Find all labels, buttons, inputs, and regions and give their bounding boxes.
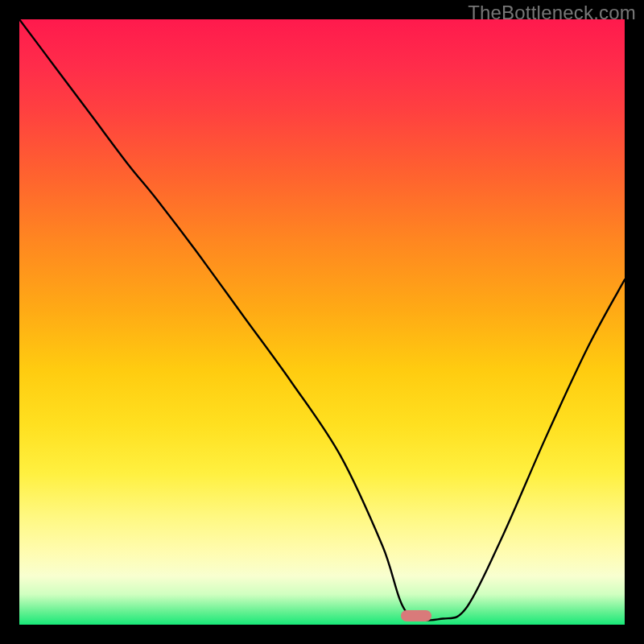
plot-area xyxy=(19,19,625,625)
chart-frame: TheBottleneck.com xyxy=(0,0,644,644)
optimal-point-marker xyxy=(401,610,431,621)
bottleneck-curve xyxy=(19,19,625,625)
